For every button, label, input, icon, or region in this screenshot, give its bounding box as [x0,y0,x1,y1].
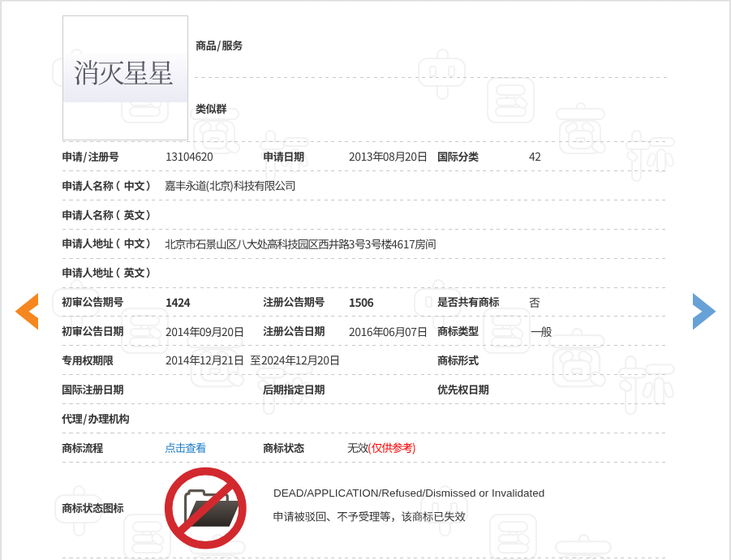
svg-text:DEAD/APPLICATION/Refused/Dismi: DEAD/APPLICATION/Refused/Dismissed or In… [273,487,544,499]
